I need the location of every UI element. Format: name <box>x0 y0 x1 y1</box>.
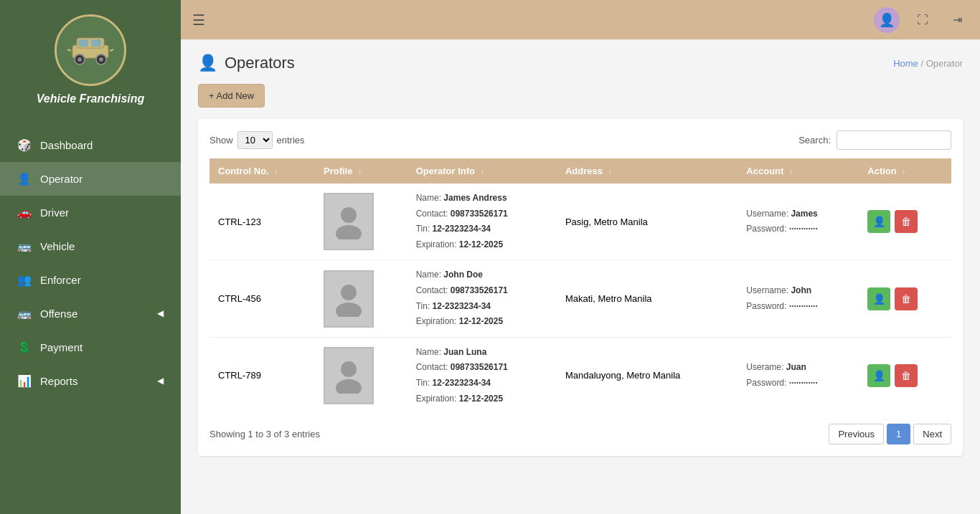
profile-image <box>324 347 374 404</box>
sort-icon-1: ↕ <box>274 168 278 176</box>
chevron-right-icon-2: ◀ <box>157 376 164 386</box>
search-input[interactable] <box>837 130 951 150</box>
sidebar-item-reports[interactable]: 📊 Reports ◀ <box>0 364 181 398</box>
table-row: CTRL-456 Name: John Doe Contact: 0987335… <box>209 260 951 337</box>
page-title: Operators <box>225 54 295 72</box>
cell-action: 👤 🗑 <box>859 260 951 337</box>
sidebar-item-label: Operator <box>40 173 83 185</box>
sidebar-item-label: Payment <box>40 341 83 353</box>
svg-point-5 <box>99 57 103 62</box>
cell-account: Username: John Password: ············ <box>738 260 859 337</box>
sidebar-item-label: Offense <box>40 308 77 320</box>
cell-profile <box>315 184 407 260</box>
topbar-right: 👤 ⛶ ⇥ <box>874 7 969 33</box>
sidebar-item-enforcer[interactable]: 👥 Enforcer <box>0 263 181 297</box>
operator-icon: 👤 <box>17 172 32 186</box>
sort-icon-4: ↕ <box>608 168 612 176</box>
table-footer: Showing 1 to 3 of 3 entries Previous 1 N… <box>209 424 951 444</box>
sidebar-item-label: Dashboard <box>40 139 93 151</box>
cell-control-no: CTRL-456 <box>209 260 315 337</box>
svg-point-13 <box>336 303 362 317</box>
previous-button[interactable]: Previous <box>829 424 884 444</box>
svg-line-8 <box>67 49 71 51</box>
logo-title: Vehicle Franchising <box>37 92 145 107</box>
vehicle-icon: 🚌 <box>17 239 32 253</box>
payment-icon: 💲 <box>17 341 32 354</box>
svg-point-11 <box>336 225 362 239</box>
sidebar-item-operator[interactable]: 👤 Operator <box>0 162 181 196</box>
edit-button[interactable]: 👤 <box>867 364 890 387</box>
sidebar-item-label: Reports <box>40 375 78 387</box>
svg-rect-6 <box>78 39 88 47</box>
col-action[interactable]: Action ↕ <box>859 158 951 184</box>
cell-account: Username: James Password: ············ <box>738 184 859 260</box>
cell-profile <box>315 260 407 337</box>
col-address[interactable]: Address ↕ <box>557 158 738 184</box>
hamburger-icon[interactable]: ☰ <box>192 11 205 29</box>
edit-button[interactable]: 👤 <box>867 287 890 310</box>
svg-point-4 <box>77 57 82 62</box>
svg-point-12 <box>341 285 357 300</box>
edit-button[interactable]: 👤 <box>867 210 890 233</box>
sidebar: Vehicle Franchising 🎲 Dashboard 👤 Operat… <box>0 0 181 514</box>
breadcrumb-home[interactable]: Home <box>893 58 918 69</box>
delete-button[interactable]: 🗑 <box>895 210 918 233</box>
sidebar-item-payment[interactable]: 💲 Payment <box>0 330 181 364</box>
sidebar-item-label: Vehicle <box>40 240 75 252</box>
reports-icon: 📊 <box>17 374 32 388</box>
svg-line-9 <box>110 49 113 51</box>
col-profile[interactable]: Profile ↕ <box>315 158 407 184</box>
show-entries: Show 10 25 50 entries <box>209 131 305 149</box>
breadcrumb-current: Operator <box>926 58 963 69</box>
profile-image <box>324 270 374 328</box>
next-button[interactable]: Next <box>913 424 951 444</box>
add-new-button[interactable]: + Add New <box>198 84 265 108</box>
sidebar-item-vehicle[interactable]: 🚌 Vehicle <box>0 229 181 263</box>
sidebar-item-driver[interactable]: 🚗 Driver <box>0 196 181 229</box>
main-area: ☰ 👤 ⛶ ⇥ 👤 Operators Home / Operator + Ad… <box>181 0 980 514</box>
sidebar-item-label: Driver <box>40 206 69 219</box>
sidebar-item-label: Enforcer <box>40 274 81 286</box>
svg-point-14 <box>341 361 357 377</box>
search-label: Search: <box>798 135 831 146</box>
col-account[interactable]: Account ↕ <box>738 158 859 184</box>
logout-icon[interactable]: ⇥ <box>946 9 969 32</box>
page-title-area: 👤 Operators <box>198 54 295 72</box>
show-label: Show <box>209 135 233 146</box>
cell-action: 👤 🗑 <box>859 337 951 414</box>
driver-icon: 🚗 <box>17 206 32 219</box>
cell-operator-info: Name: James Andress Contact: 09873352617… <box>407 184 557 260</box>
sidebar-item-dashboard[interactable]: 🎲 Dashboard <box>0 128 181 162</box>
cell-operator-info: Name: John Doe Contact: 098733526171 Tin… <box>407 260 557 337</box>
expand-icon[interactable]: ⛶ <box>911 9 934 32</box>
sidebar-item-offense[interactable]: 🚌 Offense ◀ <box>0 297 181 330</box>
topbar: ☰ 👤 ⛶ ⇥ <box>181 0 980 39</box>
sort-icon-2: ↕ <box>358 168 362 176</box>
entries-label: entries <box>277 135 305 146</box>
car-logo-icon <box>65 31 116 70</box>
svg-point-10 <box>341 207 357 223</box>
svg-point-15 <box>336 379 362 394</box>
col-operator-info[interactable]: Operator Info ↕ <box>407 158 557 184</box>
page-header: 👤 Operators Home / Operator <box>198 54 963 72</box>
sort-icon-6: ↕ <box>902 168 905 176</box>
cell-account: Userame: Juan Password: ············ <box>738 337 859 414</box>
avatar[interactable]: 👤 <box>874 7 900 33</box>
offense-icon: 🚌 <box>17 307 32 320</box>
enforcer-icon: 👥 <box>17 273 32 287</box>
col-control-no[interactable]: Control No. ↕ <box>209 158 315 184</box>
table-container: Show 10 25 50 entries Search: Control <box>198 119 963 456</box>
content-area: 👤 Operators Home / Operator + Add New Sh… <box>181 39 980 514</box>
delete-button[interactable]: 🗑 <box>895 364 918 387</box>
cell-profile <box>315 337 407 414</box>
profile-image <box>324 193 374 250</box>
table-row: CTRL-789 Name: Juan Luna Contact: 098733… <box>209 337 951 414</box>
page-1-button[interactable]: 1 <box>887 424 910 444</box>
cell-operator-info: Name: Juan Luna Contact: 098733526171 Ti… <box>407 337 557 414</box>
operators-table: Control No. ↕ Profile ↕ Operator Info ↕ … <box>209 158 951 414</box>
search-area: Search: <box>798 130 951 150</box>
logo-area: Vehicle Franchising <box>29 0 152 121</box>
delete-button[interactable]: 🗑 <box>895 287 918 310</box>
entries-select[interactable]: 10 25 50 <box>237 131 273 149</box>
chevron-right-icon: ◀ <box>157 308 164 318</box>
